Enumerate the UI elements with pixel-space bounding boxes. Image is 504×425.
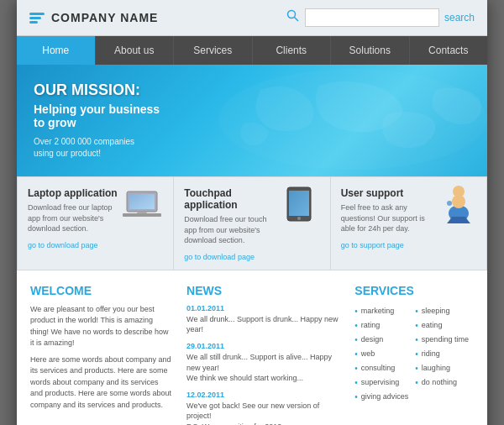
svg-rect-7 [137,212,147,213]
nav-item-clients[interactable]: Clients [253,36,332,65]
services-col2: sleeping eating spending time riding lau… [415,304,469,404]
person-icon [434,187,476,221]
card-top-support: User support Feel free to ask any questi… [341,187,476,234]
logo-area: COMPANY NAME [29,11,158,24]
nav-item-solutions[interactable]: Solutions [331,36,410,65]
hero-title: OUR MISSION: [34,81,202,99]
card-desc-tablet: Download free our touch app from our web… [184,214,277,246]
welcome-title: WELCOME [30,284,173,297]
svg-line-1 [294,18,298,22]
service-item: design [354,333,408,347]
laptop-icon [121,187,163,221]
card-link-laptop[interactable]: go to download page [28,241,163,249]
logo-stripe-1 [29,13,45,15]
service-item: spending time [415,333,469,347]
news-date-3: 12.02.2011 [186,391,341,399]
news-date-1: 01.01.2011 [186,304,341,312]
service-item: sleeping [415,304,469,318]
card-top-tablet: Touchpad application Download free our t… [184,187,319,246]
service-item: do nothing [415,375,469,390]
svg-point-11 [297,217,301,220]
svg-rect-5 [129,194,155,209]
card-title-support: User support [341,187,434,199]
svg-point-15 [447,201,452,206]
feature-card-laptop: Laptop application Download free our lap… [18,177,173,270]
news-section: NEWS 01.01.2011 We all drunk... Support … [186,284,341,425]
welcome-p2: Here are some words about company and it… [30,354,173,412]
card-content-laptop: Laptop application Download free our lap… [28,187,121,234]
hero-section: OUR MISSION: Helping your businessto gro… [17,65,487,176]
card-title-laptop: Laptop application [28,187,121,199]
news-text-2: We all still drunk... Support is alive..… [186,352,341,384]
logo-text: COMPANY NAME [51,11,158,24]
service-item: riding [415,347,469,361]
svg-point-14 [452,195,465,208]
card-link-support[interactable]: go to support page [341,241,476,249]
card-desc-support: Feel free to ask any questions! Our supp… [341,202,434,234]
card-desc-laptop: Download free our laptop app from our we… [28,202,121,234]
hero-desc: Over 2 000 000 companiesusing our produc… [34,136,202,160]
search-button[interactable]: search [444,12,475,24]
news-text-3: We've got back! See our new version of p… [186,401,341,425]
logo-icon [29,13,45,24]
service-item: eating [415,318,469,333]
card-title-tablet: Touchpad application [184,187,277,211]
search-icon [286,9,300,26]
service-item: web [354,347,408,361]
navigation: Home About us Services Clients Solutions… [17,36,487,65]
news-title: NEWS [186,284,341,297]
page-wrapper: COMPANY NAME search Home About us Servic… [17,0,487,425]
news-date-2: 29.01.2011 [186,342,341,350]
news-item-1: 01.01.2011 We all drunk... Support is dr… [186,304,341,335]
service-item: supervising [354,375,408,390]
main-content: WELCOME We are pleasant to offer you our… [17,270,487,425]
card-content-tablet: Touchpad application Download free our t… [184,187,277,246]
hero-subtitle: Helping your businessto grow [34,102,202,129]
svg-rect-6 [123,213,161,217]
card-top-laptop: Laptop application Download free our lap… [28,187,163,234]
svg-rect-10 [289,191,309,216]
welcome-p1: We are pleasant to offer you our best pr… [30,304,173,349]
world-map [210,65,487,174]
svg-point-0 [287,11,295,18]
nav-item-services[interactable]: Services [174,36,253,65]
tablet-icon [278,187,320,221]
nav-item-contacts[interactable]: Contacts [410,36,488,65]
service-item: rating [354,318,408,333]
services-title: SERVICES [354,284,474,297]
feature-cards: Laptop application Download free our lap… [17,176,487,270]
news-item-2: 29.01.2011 We all still drunk... Support… [186,342,341,384]
search-input[interactable] [305,8,439,27]
service-item: giving advices [354,390,408,404]
logo-stripe-2 [29,17,41,19]
service-item: laughing [415,361,469,375]
card-link-tablet[interactable]: go to download page [184,253,319,261]
logo-stripe-3 [29,21,38,24]
service-item: marketing [354,304,408,318]
services-section: SERVICES marketing rating design web con… [354,284,474,425]
feature-card-tablet: Touchpad application Download free our t… [174,177,329,270]
hero-content: OUR MISSION: Helping your businessto gro… [34,81,202,160]
header: COMPANY NAME search [17,0,487,36]
search-area: search [286,8,475,27]
service-item: consulting [354,361,408,375]
services-col1: marketing rating design web consulting s… [354,304,408,404]
news-text-1: We all drunk... Support is drunk... Happ… [186,314,341,335]
nav-item-home[interactable]: Home [17,36,96,65]
welcome-section: WELCOME We are pleasant to offer you our… [30,284,173,425]
card-content-support: User support Feel free to ask any questi… [341,187,434,234]
feature-card-support: User support Feel free to ask any questi… [331,177,486,270]
services-columns: marketing rating design web consulting s… [354,304,474,404]
news-item-3: 12.02.2011 We've got back! See our new v… [186,391,341,425]
nav-item-about[interactable]: About us [96,36,175,65]
